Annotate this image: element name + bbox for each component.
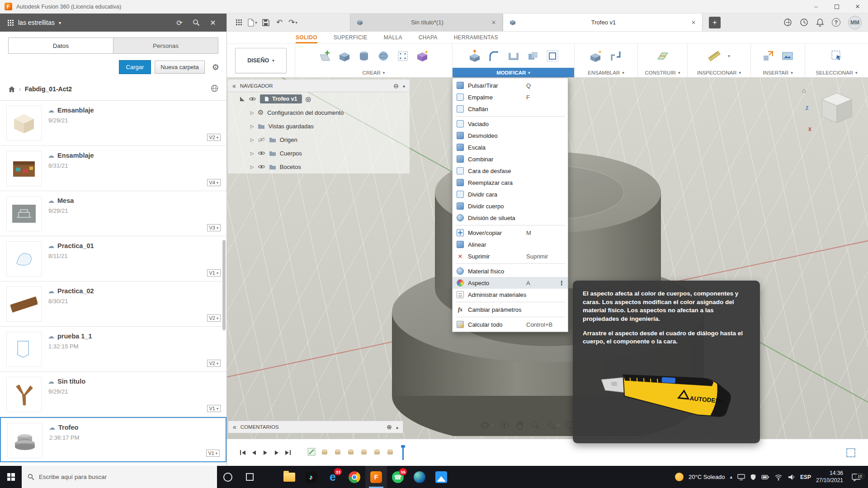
menu-item-cambiar-parametros[interactable]: Cambiar parámetros xyxy=(453,304,568,315)
menu-item-escala[interactable]: Escala xyxy=(453,141,568,153)
panel-caret-icon[interactable]: ▴ xyxy=(403,83,405,88)
navigator-row-origin[interactable]: ▷ Origen xyxy=(228,133,410,146)
start-button[interactable] xyxy=(0,466,22,488)
action-center-button[interactable]: 10 xyxy=(848,473,864,481)
version-badge[interactable]: V1▾ xyxy=(207,269,221,277)
photos-taskbar-icon[interactable] xyxy=(430,466,452,488)
weather-sun-icon[interactable] xyxy=(675,473,684,481)
new-tab-button[interactable]: + xyxy=(709,17,721,28)
volume-tray-icon[interactable] xyxy=(788,474,795,481)
add-comment-icon[interactable]: ⊕ xyxy=(387,423,392,431)
view-cube[interactable]: ⌂ Z X xyxy=(801,85,856,136)
activate-component-icon[interactable]: ◎ xyxy=(306,95,311,103)
doc-tab-trofeo[interactable]: Trofeo v1 ✕ xyxy=(503,14,703,31)
version-badge[interactable]: V1▾ xyxy=(206,450,220,457)
expander-icon[interactable]: ▷ xyxy=(250,124,254,129)
construir-dropdown[interactable]: CONSTRUIR▾ xyxy=(638,68,687,77)
timeline-play-button[interactable] xyxy=(259,447,271,458)
search-icon[interactable] xyxy=(190,19,203,26)
timeline-extrude-feature[interactable] xyxy=(333,447,342,458)
expander-icon[interactable]: ▷ xyxy=(250,110,254,115)
visibility-eye-icon[interactable] xyxy=(258,164,265,169)
tab-chapa[interactable]: CHAPA xyxy=(419,32,438,43)
task-view-button[interactable] xyxy=(239,466,260,488)
version-badge[interactable]: V2▾ xyxy=(207,360,221,367)
visibility-off-eye-icon[interactable] xyxy=(258,137,265,142)
version-badge[interactable]: V2▾ xyxy=(207,134,221,141)
tab-malla[interactable]: MALLA xyxy=(384,32,402,43)
display-tray-icon[interactable] xyxy=(737,474,745,480)
user-avatar[interactable]: MM xyxy=(848,16,862,29)
save-button[interactable] xyxy=(260,16,271,29)
navigator-row-saved-views[interactable]: ▷ Vistas guardadas xyxy=(228,119,410,133)
job-status-icon[interactable] xyxy=(783,18,792,27)
taskbar-clock[interactable]: 14:36 27/10/2021 xyxy=(816,470,843,484)
menu-item-desmoldeo[interactable]: Desmoldeo xyxy=(453,130,568,141)
measure-button[interactable] xyxy=(708,50,721,62)
file-item-practica-01[interactable]: ☁Practica_018/11/21 V1▾ xyxy=(0,236,226,282)
menu-item-mover-copiar[interactable]: Mover/copiarM xyxy=(453,227,568,239)
navigator-row-bodies[interactable]: ▷ Cuerpos xyxy=(228,146,410,160)
tab-herramientas[interactable]: HERRAMIENTAS xyxy=(454,32,498,43)
menu-item-alinear[interactable]: Alinear xyxy=(453,239,568,250)
file-item-mesa[interactable]: ☁Mesa9/29/21 V3▾ xyxy=(0,191,226,236)
version-badge[interactable]: V2▾ xyxy=(207,314,221,322)
collapse-comments-icon[interactable]: « xyxy=(233,423,236,431)
globe-icon[interactable] xyxy=(211,84,218,94)
taskbar-search-input[interactable]: Escribe aquí para buscar xyxy=(22,466,217,488)
timeline-extrude-feature[interactable] xyxy=(346,447,355,458)
menu-item-empalme[interactable]: EmpalmeF xyxy=(453,91,568,103)
select-button[interactable] xyxy=(830,50,843,62)
zoom-window-button[interactable]: ▾ xyxy=(546,420,560,430)
edge-new-taskbar-icon[interactable] xyxy=(409,466,430,488)
timeline-go-end-button[interactable] xyxy=(282,447,293,458)
navigator-row-document-settings[interactable]: ▷ ⚙ Configuración del documento xyxy=(228,106,410,119)
timeline-sketch-feature[interactable] xyxy=(307,447,316,458)
tab-superficie[interactable]: SUPERFICIE xyxy=(334,32,368,43)
timeline-go-start-button[interactable] xyxy=(237,447,248,458)
apps-grid-icon[interactable] xyxy=(7,19,14,26)
menu-item-calcular-todo[interactable]: Calcular todoControl+B xyxy=(453,319,568,330)
look-at-button[interactable] xyxy=(500,420,509,430)
file-item-sin-titulo[interactable]: ☁Sin título9/29/21 V1▾ xyxy=(0,372,226,417)
maximize-button[interactable] xyxy=(826,0,847,13)
menu-item-aspecto[interactable]: AspectoA⋮ xyxy=(453,277,568,289)
file-list[interactable]: ☁Emsanblaje9/29/21 V2▾ ☁Ensamblaje8/31/2… xyxy=(0,100,226,466)
menu-item-dividir-cuerpo[interactable]: Dividir cuerpo xyxy=(453,200,568,212)
sweep-button[interactable] xyxy=(377,50,390,62)
navigator-root-row[interactable]: Trofeo v1 ◎ xyxy=(228,92,410,106)
revolve-button[interactable] xyxy=(358,50,370,62)
measure-caret[interactable]: ▾ xyxy=(728,54,730,58)
tab-personas[interactable]: Personas xyxy=(113,38,218,53)
fillet-button[interactable] xyxy=(488,50,500,62)
show-data-panel-button[interactable] xyxy=(233,16,244,29)
tab-close-icon[interactable]: ✕ xyxy=(491,19,496,26)
weather-text[interactable]: 20°C Soleado xyxy=(689,474,725,480)
chrome-taskbar-icon[interactable] xyxy=(344,466,365,488)
menu-item-combinar[interactable]: Combinar xyxy=(453,153,568,165)
shell-button[interactable] xyxy=(507,50,520,62)
menu-item-administrar-materiales[interactable]: Administrar materiales xyxy=(453,289,568,300)
inspeccionar-dropdown[interactable]: INSPECCIONAR▾ xyxy=(688,68,750,77)
file-item-ensamblaje[interactable]: ☁Ensamblaje8/31/21 V4▾ xyxy=(0,146,226,191)
list-scrollbar[interactable] xyxy=(222,240,226,330)
language-indicator[interactable]: ESP xyxy=(800,474,811,480)
edge-taskbar-icon[interactable]: e33 xyxy=(322,466,344,488)
expand-timeline-icon[interactable] xyxy=(846,448,855,457)
primitives-button[interactable] xyxy=(416,50,429,62)
tab-datos[interactable]: Datos xyxy=(9,38,113,53)
cortana-button[interactable] xyxy=(217,466,239,488)
hide-panel-icon[interactable]: ⊖ xyxy=(393,82,399,89)
pattern-button[interactable] xyxy=(396,50,409,62)
team-dropdown-caret[interactable]: ▾ xyxy=(59,20,61,25)
expander-icon[interactable]: ▷ xyxy=(250,164,254,169)
combine-button[interactable] xyxy=(527,50,539,62)
comments-bar[interactable]: « COMENTARIOS ⊕ ▴ xyxy=(228,421,403,433)
navigator-header[interactable]: « NAVEGADOR ⊖ ▴ xyxy=(228,80,410,92)
construction-plane-button[interactable] xyxy=(656,50,669,62)
menu-item-chaflan[interactable]: Chaflán xyxy=(453,103,568,115)
breadcrumb-folder[interactable]: Fabdig_01-Act2 xyxy=(25,85,72,93)
create-sketch-button[interactable] xyxy=(319,50,331,62)
undo-button[interactable]: ↶ xyxy=(274,16,285,29)
menu-item-cara-de-desfase[interactable]: Cara de desfase xyxy=(453,165,568,177)
